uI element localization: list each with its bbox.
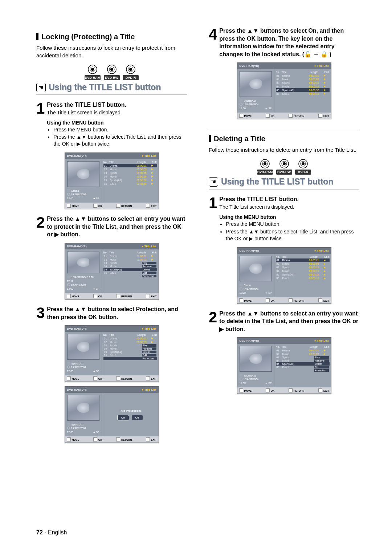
svg-point-7 <box>129 68 132 71</box>
svg-point-10 <box>264 162 266 165</box>
svg-point-16 <box>302 162 305 165</box>
deleting-intro: Follow these instructions to delete an e… <box>209 146 359 154</box>
hand-icon: ☚ <box>209 177 218 187</box>
screenshot-title-list: DVD-RAM(VR)● Title List Drama 19/APR/200… <box>65 152 159 209</box>
screenshot-delete-menu: DVD-RAM(VR)● Title List Sports(A1) 19/AP… <box>237 337 331 394</box>
protection-on-button: On <box>118 415 129 420</box>
del-step-2: 2 Press the ▲▼ buttons to select an entr… <box>209 310 359 333</box>
disc-icon <box>107 64 117 74</box>
deleting-heading: Deleting a Title <box>209 135 359 143</box>
step-1: 1 Press the TITLE LIST button. The Title… <box>36 101 187 148</box>
page-footer: 72 - English <box>36 529 67 536</box>
del-step-1: 1 Press the TITLE LIST button. The Title… <box>209 195 359 243</box>
svg-point-1 <box>91 68 94 71</box>
protection-off-button: Off <box>132 415 143 420</box>
screenshot-locked-result: DVD-RAM(VR)● Title List Sports(A1) 19/AP… <box>237 62 331 119</box>
title-list-banner: ☚ Using the TITLE LIST button <box>36 82 187 95</box>
locking-heading: Locking (Protecting) a Title <box>36 33 187 41</box>
svg-point-13 <box>283 162 286 165</box>
screenshot-title-list-delete: DVD-RAM(VR)● Title List Drama 19/APR/200… <box>237 247 331 304</box>
step-2: 2 Press the ▲▼ buttons to select an entr… <box>36 215 187 239</box>
locking-intro: Follow these instructions to lock an ent… <box>36 44 187 59</box>
step-4: 4 Press the ▲▼ buttons to select On, and… <box>209 27 359 58</box>
screenshot-protection-menu: DVD-RAM(VR)● Title List Sports(A1) 19/AP… <box>65 325 159 382</box>
hand-icon: ☚ <box>36 83 46 92</box>
screenshot-context-menu: DVD-RAM(VR)● Title List 19/APR/2004 12:0… <box>65 243 159 300</box>
step-3: 3 Press the ▲▼ buttons to select Protect… <box>36 305 187 321</box>
screenshot-protection-dialog: DVD-RAM(VR)● Title List Sports(A1) 19/AP… <box>65 386 159 443</box>
disc-badges: DVD-RAM DVD-RW DVD-R <box>36 64 187 80</box>
disc-icon <box>126 64 136 74</box>
disc-badges: DVD-RAM DVD-RW DVD-R <box>209 159 359 175</box>
title-list-banner: ☚ Using the TITLE LIST button <box>209 177 359 190</box>
disc-icon <box>87 64 98 74</box>
svg-point-4 <box>110 68 113 71</box>
